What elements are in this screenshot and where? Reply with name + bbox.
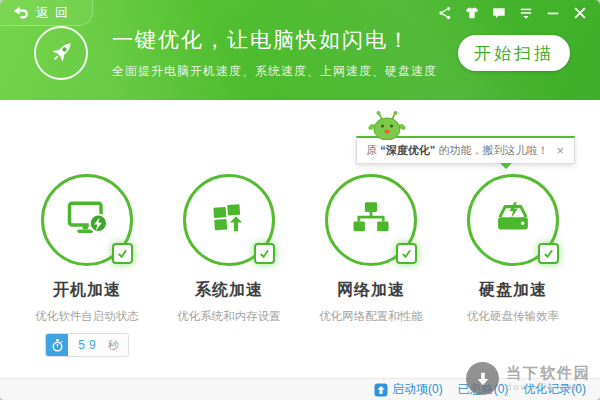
window-controls [438, 6, 587, 20]
footer-link-startup-items[interactable]: 启动项(0) [374, 381, 443, 398]
back-button-label: 返回 [36, 4, 74, 22]
tooltip-close-icon[interactable]: × [555, 143, 565, 158]
card-title: 硬盘加速 [479, 280, 547, 301]
monitor-bolt-icon [66, 197, 108, 243]
page-subtitle: 全面提升电脑开机速度、系统速度、上网速度、硬盘速度 [112, 63, 437, 80]
boot-time-badge: 59 秒 [45, 333, 128, 357]
footer-link-ignored[interactable]: 已忽略(0) [458, 381, 509, 398]
header-text: 一键优化，让电脑快如闪电！ 全面提升电脑开机速度、系统速度、上网速度、硬盘速度 [112, 26, 437, 80]
card-system-speedup[interactable]: 系统加速 优化系统和内存设置 [163, 174, 295, 357]
app-window: 返回 [0, 0, 600, 400]
card-disk-speedup[interactable]: 硬盘加速 优化硬盘传输效率 [447, 174, 579, 357]
title-bar: 返回 [0, 0, 600, 26]
network-speedup-circle [325, 174, 417, 266]
footer-bar: 启动项(0) 已忽略(0) 优化记录(0) [0, 378, 600, 400]
feedback-icon[interactable] [492, 6, 506, 20]
page-title: 一键优化，让电脑快如闪电！ [112, 26, 437, 54]
network-icon [350, 197, 392, 243]
main-content: 原 “深度优化” 的功能，搬到这儿啦！ × [0, 100, 600, 378]
boot-time-unit: 秒 [108, 338, 119, 353]
start-scan-button[interactable]: 开始扫描 [458, 35, 570, 71]
check-badge-icon [538, 243, 559, 264]
header-banner: 返回 [0, 0, 600, 100]
card-subtitle: 优化硬盘传输效率 [467, 309, 559, 324]
tooltip-pointer [500, 163, 512, 169]
tiles-up-icon [208, 197, 250, 243]
mascot-icon [367, 110, 409, 142]
boot-time-value: 59 [68, 338, 109, 352]
footer-link-optimize-history[interactable]: 优化记录(0) [523, 381, 586, 398]
minimize-icon[interactable] [546, 6, 560, 20]
skin-icon[interactable] [465, 6, 479, 20]
close-icon[interactable] [573, 6, 587, 20]
tooltip-text: 原 “深度优化” 的功能，搬到这儿啦！ [366, 143, 548, 158]
back-arrow-icon [12, 5, 29, 20]
check-badge-icon [254, 243, 275, 264]
card-network-speedup[interactable]: 网络加速 优化网络配置和性能 [305, 174, 437, 357]
disk-speedup-circle [467, 174, 559, 266]
startup-icon [374, 383, 388, 397]
deep-optimize-tooltip: 原 “深度优化” 的功能，搬到这儿啦！ × [356, 136, 575, 164]
stopwatch-icon [46, 334, 68, 356]
card-title: 系统加速 [195, 280, 263, 301]
card-title: 网络加速 [337, 280, 405, 301]
card-subtitle: 优化系统和内存设置 [177, 309, 281, 324]
check-badge-icon [112, 243, 133, 264]
card-subtitle: 优化软件自启动状态 [35, 309, 139, 324]
menu-icon[interactable] [519, 6, 533, 20]
boot-speedup-circle [41, 174, 133, 266]
back-button[interactable]: 返回 [0, 0, 93, 26]
card-subtitle: 优化网络配置和性能 [319, 309, 423, 324]
tooltip-highlight: “深度优化” [380, 144, 435, 156]
share-icon[interactable] [438, 6, 452, 20]
rocket-icon [34, 26, 88, 80]
card-title: 开机加速 [53, 280, 121, 301]
card-boot-speedup[interactable]: 开机加速 优化软件自启动状态 59 秒 [21, 174, 153, 357]
system-speedup-circle [183, 174, 275, 266]
disk-bolt-icon [492, 197, 534, 243]
check-badge-icon [396, 243, 417, 264]
